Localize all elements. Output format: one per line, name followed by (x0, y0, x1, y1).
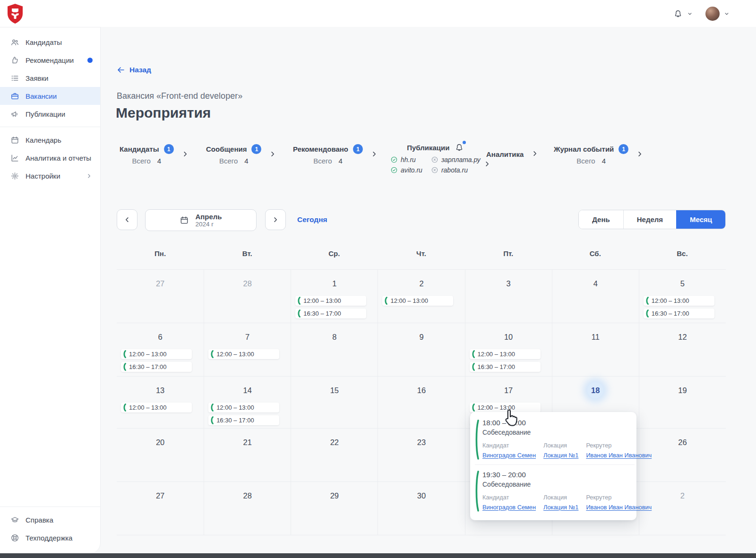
day-cell[interactable]: 2 (639, 481, 726, 535)
page-title: Мероприятия (116, 105, 211, 121)
chevron-down-icon (723, 10, 730, 17)
publications-bell-button[interactable] (455, 143, 464, 152)
current-year: 2024 г (195, 221, 214, 228)
day-number: 15 (326, 382, 343, 398)
day-cell[interactable]: 1012:00 – 13:0016:30 – 17:00 (465, 323, 552, 376)
sidebar-item-help[interactable]: Справка (0, 511, 100, 529)
event-pill[interactable]: 12:00 – 13:00 (644, 296, 714, 306)
day-cell[interactable]: 4 (552, 269, 639, 323)
day-cell[interactable]: 1312:00 – 13:00 (117, 376, 204, 428)
brand-logo[interactable] (6, 3, 25, 24)
day-cell[interactable]: 19 (639, 376, 726, 428)
sidebar-item-candidates[interactable]: Кандидаты (0, 33, 100, 51)
next-month-button[interactable] (265, 209, 286, 230)
stat-card-messages: Сообщения1Всего4 (206, 144, 277, 165)
day-cell[interactable]: 9 (378, 323, 464, 376)
event-pill[interactable]: 12:00 – 13:00 (382, 296, 453, 306)
day-cell[interactable]: 23 (378, 428, 464, 481)
day-cell[interactable]: 1412:00 – 13:0016:30 – 17:00 (204, 376, 291, 428)
popup-field-value-link[interactable]: Виноградов Семен (482, 504, 536, 511)
day-cell[interactable]: 27 (117, 269, 204, 323)
sidebar-item-settings[interactable]: Настройки (0, 167, 100, 185)
event-pill[interactable]: 16:30 – 17:00 (121, 362, 192, 372)
event-pill[interactable]: 12:00 – 13:00 (295, 296, 366, 306)
day-cell[interactable]: 712:00 – 13:00 (204, 323, 291, 376)
stat-chevron-button[interactable] (482, 160, 492, 169)
view-toggle: ДеньНеделяМесяц (578, 210, 726, 229)
stat-total-value: 4 (157, 157, 161, 165)
back-link[interactable]: Назад (117, 66, 151, 74)
today-link[interactable]: Сегодня (297, 215, 327, 224)
sidebar-item-vacancies[interactable]: Вакансии (0, 87, 100, 105)
stat-chevron-button[interactable] (180, 150, 190, 159)
event-pill[interactable]: 12:00 – 13:00 (470, 349, 541, 359)
event-pill[interactable]: 12:00 – 13:00 (208, 349, 279, 359)
day-cell[interactable]: 12 (639, 323, 726, 376)
stat-chevron-button[interactable] (635, 150, 644, 159)
popup-field-value-link[interactable]: Иванов Иван Иванович (586, 452, 652, 459)
cross-icon (431, 156, 438, 163)
day-cell[interactable]: 612:00 – 13:0016:30 – 17:00 (117, 323, 204, 376)
day-cell[interactable]: 20 (117, 428, 204, 481)
sidebar-item-analytics[interactable]: Аналитика и отчеты (0, 149, 100, 167)
sidebar-item-calendar[interactable]: Календарь (0, 131, 100, 149)
sidebar-item-publications[interactable]: Публикации (0, 105, 100, 123)
day-cell[interactable]: 26 (639, 428, 726, 481)
popup-event[interactable]: 18:00 – 13:00СобеседованиеКандидатВиногр… (475, 418, 635, 463)
view-option-day[interactable]: День (579, 210, 623, 229)
view-option-month[interactable]: Месяц (676, 210, 725, 229)
event-pill[interactable]: 12:00 – 13:00 (121, 403, 192, 412)
sidebar-item-label: Календарь (26, 136, 61, 144)
event-time: 12:00 – 13:00 (652, 297, 689, 304)
day-cell[interactable]: 8 (291, 323, 378, 376)
event-time: 16:30 – 17:00 (129, 363, 167, 370)
month-picker[interactable]: Апрель 2024 г (145, 209, 257, 231)
stat-chevron-button[interactable] (530, 149, 540, 159)
day-cell[interactable]: 30 (378, 481, 464, 535)
popup-event[interactable]: 19:30 – 20:00СобеседованиеКандидатВиногр… (475, 464, 635, 515)
stat-card-publications: Публикацииhh.ruзарплата.руavito.rurabota… (390, 143, 492, 174)
sidebar-footer: СправкаТехподдержка (0, 503, 100, 553)
day-cell[interactable]: 3 (465, 269, 552, 323)
day-cell[interactable]: 28 (204, 269, 291, 323)
event-pill[interactable]: 12:00 – 13:00 (121, 349, 192, 359)
day-number: 17 (500, 382, 516, 398)
popup-field-value-link[interactable]: Локация №1 (543, 504, 578, 511)
profile-menu-button[interactable] (705, 7, 730, 21)
stat-chevron-button[interactable] (369, 150, 379, 159)
sidebar-item-recommendations[interactable]: Рекомендации (0, 51, 100, 69)
day-cell[interactable]: 21 (204, 428, 291, 481)
count-badge: 1 (164, 144, 174, 154)
popup-field-value-link[interactable]: Иванов Иван Иванович (586, 504, 652, 511)
event-time: 16:30 – 17:00 (216, 417, 254, 424)
event-pill[interactable]: 16:30 – 17:00 (295, 309, 366, 318)
notifications-button[interactable] (673, 9, 693, 18)
prev-month-button[interactable] (117, 209, 137, 230)
day-number: 1 (326, 275, 343, 292)
day-cell[interactable]: 15 (291, 376, 378, 428)
day-cell[interactable]: 22 (291, 428, 378, 481)
view-option-week[interactable]: Неделя (623, 210, 676, 229)
event-pill[interactable]: 12:00 – 13:00 (470, 403, 541, 412)
stat-chevron-button[interactable] (268, 150, 277, 159)
stat-card-recommended: Рекомендовано1Всего4 (293, 144, 379, 165)
day-cell[interactable]: 11 (552, 323, 639, 376)
megaphone-icon (10, 110, 19, 119)
day-cell[interactable]: 512:00 – 13:0016:30 – 17:00 (639, 269, 726, 323)
event-pill[interactable]: 12:00 – 13:00 (208, 403, 279, 412)
day-cell[interactable]: 28 (204, 481, 291, 535)
stat-total-value: 4 (339, 157, 343, 165)
day-cell[interactable]: 16 (378, 376, 464, 428)
sidebar-item-applications[interactable]: Заявки (0, 69, 100, 87)
event-pill[interactable]: 16:30 – 17:00 (644, 309, 714, 318)
briefcase-icon (10, 92, 19, 101)
day-cell[interactable]: 27 (117, 481, 204, 535)
popup-field-value-link[interactable]: Виноградов Семен (482, 452, 536, 459)
day-cell[interactable]: 112:00 – 13:0016:30 – 17:00 (291, 269, 378, 323)
day-cell[interactable]: 29 (291, 481, 378, 535)
day-cell[interactable]: 212:00 – 13:00 (378, 269, 464, 323)
event-pill[interactable]: 16:30 – 17:00 (470, 362, 541, 372)
sidebar-item-support[interactable]: Техподдержка (0, 529, 100, 547)
event-pill[interactable]: 16:30 – 17:00 (208, 415, 279, 425)
popup-field-value-link[interactable]: Локация №1 (543, 452, 578, 459)
